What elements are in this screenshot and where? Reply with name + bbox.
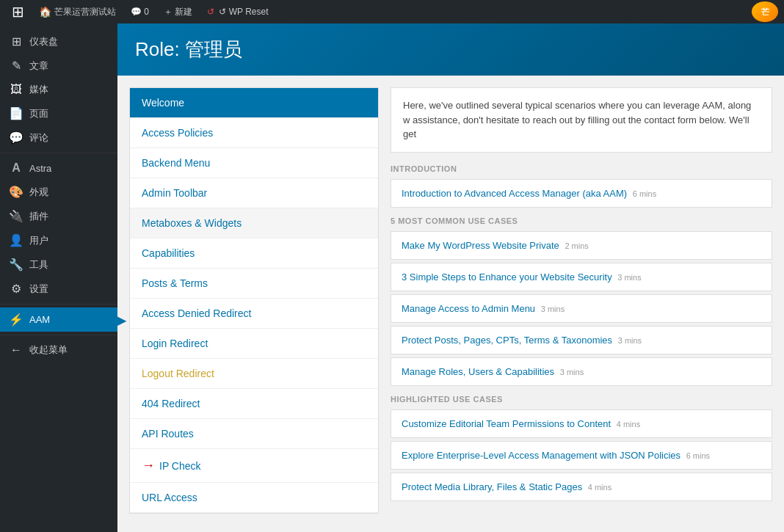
media-icon: 🖼 [9,83,23,96]
sidebar-item-appearance[interactable]: 🎨 外观 [0,180,117,204]
link-intro-aam[interactable]: Introduction to Advanced Access Manager … [391,179,772,208]
comments-icon: 💬 [9,131,23,145]
wp-reset-button[interactable]: ↺ ↺ WP Reset [201,0,274,23]
section-label-introduction: INTRODUCTION [391,164,772,173]
right-panel: Here, we've outlined several typical sce… [379,87,772,514]
link-protect-posts[interactable]: Protect Posts, Pages, CPTs, Terms & Taxo… [391,326,772,354]
nav-item-backend-menu[interactable]: Backend Menu [130,148,378,178]
sidebar-item-media[interactable]: 🖼 媒体 [0,78,117,101]
astra-icon: A [9,161,23,175]
users-icon: 👤 [9,233,23,247]
dashboard-icon: ⊞ [9,34,23,48]
sidebar-item-astra[interactable]: A Astra [0,156,117,180]
link-editorial[interactable]: Customize Editorial Team Permissions to … [391,409,772,438]
link-enterprise[interactable]: Explore Enterprise-Level Access Manageme… [391,441,772,470]
nav-item-posts-terms[interactable]: Posts & Terms [130,269,378,299]
link-admin-menu[interactable]: Manage Access to Admin Menu 3 mins [391,294,772,323]
plugins-icon: 🔌 [9,209,23,223]
nav-item-admin-toolbar[interactable]: Admin Toolbar [130,178,378,208]
collapse-icon: ← [9,343,23,357]
admin-bar: ⊞ 🏠 芒果运营测试站 💬 0 ＋ 新建 ↺ ↺ WP Reset 芒 [0,0,784,23]
arrow-indicator: → [142,458,155,473]
comments-button[interactable]: 💬 0 [125,0,155,23]
sidebar-item-collapse[interactable]: ← 收起菜单 [0,338,117,362]
page-title: Role: 管理员 [135,37,766,62]
sidebar: ⊞ 仪表盘 ✎ 文章 🖼 媒体 📄 页面 💬 评论 A Astra 🎨 外观 [0,23,117,532]
nav-item-welcome[interactable]: Welcome [130,88,378,118]
nav-item-ip-check[interactable]: → IP Check [130,449,378,483]
nav-item-metaboxes[interactable]: Metaboxes & Widgets [130,208,378,238]
sidebar-item-users[interactable]: 👤 用户 [0,228,117,252]
section-label-most-common: 5 MOST COMMON USE CASES [391,216,772,225]
page-header: Role: 管理员 [117,23,784,76]
link-private[interactable]: Make My WordPress Website Private 2 mins [391,231,772,260]
new-button[interactable]: ＋ 新建 [158,0,198,23]
link-security[interactable]: 3 Simple Steps to Enhance your Website S… [391,263,772,291]
sidebar-item-settings[interactable]: ⚙ 设置 [0,277,117,301]
sidebar-item-comments[interactable]: 💬 评论 [0,125,117,150]
nav-item-url-access[interactable]: URL Access [130,483,378,513]
main-content: Role: 管理员 Welcome Access Policies Backen… [117,23,784,532]
nav-item-api-routes[interactable]: API Routes [130,419,378,449]
link-media[interactable]: Protect Media Library, Files & Static Pa… [391,473,772,501]
left-nav: Welcome Access Policies Backend Menu Adm… [129,87,379,514]
pages-icon: 📄 [9,106,23,120]
nav-item-capabilities[interactable]: Capabilities [130,238,378,269]
sidebar-item-plugins[interactable]: 🔌 插件 [0,204,117,228]
aam-icon: ⚡ [9,313,23,327]
sidebar-item-dashboard[interactable]: ⊞ 仪表盘 [0,29,117,54]
nav-item-logout-redirect[interactable]: Logout Redirect [130,359,378,389]
sidebar-item-tools[interactable]: 🔧 工具 [0,252,117,277]
settings-icon: ⚙ [9,282,23,296]
nav-item-404-redirect[interactable]: 404 Redirect [130,389,378,419]
nav-item-login-redirect[interactable]: Login Redirect [130,329,378,359]
appearance-icon: 🎨 [9,185,23,199]
sidebar-item-pages[interactable]: 📄 页面 [0,101,117,125]
avatar: 芒 [752,1,778,22]
section-label-highlighted: HIGHLIGHTED USE CASES [391,395,772,404]
posts-icon: ✎ [9,59,23,73]
wp-logo-button[interactable]: ⊞ [6,0,30,23]
tools-icon: 🔧 [9,258,23,272]
link-roles[interactable]: Manage Roles, Users & Capabilities 3 min… [391,357,772,386]
sidebar-item-aam[interactable]: ⚡ AAM ▶ [0,307,117,332]
nav-item-access-policies[interactable]: Access Policies [130,118,378,148]
intro-text: Here, we've outlined several typical sce… [391,87,772,153]
sidebar-item-posts[interactable]: ✎ 文章 [0,54,117,78]
page-wrap: ⊞ 仪表盘 ✎ 文章 🖼 媒体 📄 页面 💬 评论 A Astra 🎨 外观 [0,23,784,532]
content-area: Welcome Access Policies Backend Menu Adm… [117,76,784,525]
sidebar-active-arrow: ▶ [113,311,126,329]
site-name-button[interactable]: 🏠 芒果运营测试站 [33,0,122,23]
nav-item-access-denied[interactable]: Access Denied Redirect [130,299,378,329]
